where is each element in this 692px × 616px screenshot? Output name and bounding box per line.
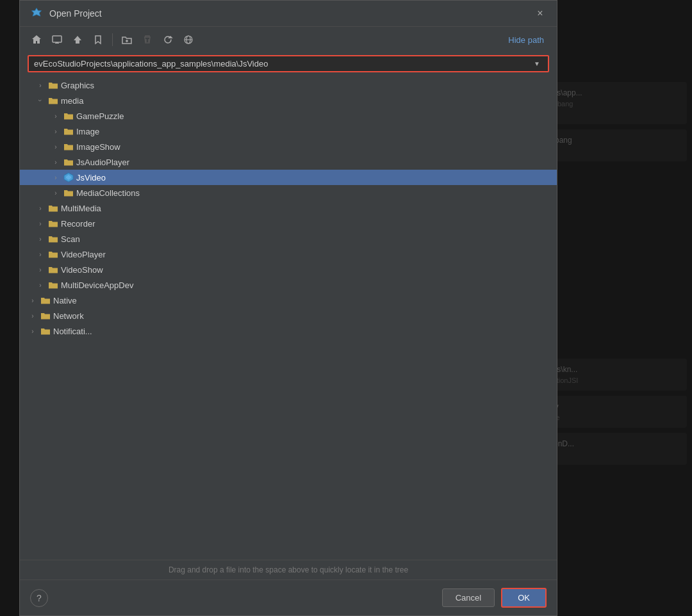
close-button[interactable]: ×: [534, 7, 547, 20]
up-icon: [72, 35, 83, 45]
toolbar-separator-1: [112, 33, 113, 46]
delete-icon: [142, 35, 152, 45]
chevron-network: ›: [28, 311, 38, 321]
new-folder-icon: [122, 35, 132, 45]
folder-icon-recorder: [48, 218, 58, 229]
label-media: media: [61, 96, 83, 106]
home-icon: [31, 35, 42, 45]
delete-button[interactable]: [138, 31, 156, 49]
svg-rect-3: [56, 42, 58, 44]
tree-item-media[interactable]: › media: [20, 93, 557, 108]
label-multimedia: MultiMedia: [61, 204, 101, 213]
open-project-dialog: Open Project ×: [19, 0, 557, 616]
tree-item-multideviceappdev[interactable]: › MultiDeviceAppDev: [20, 277, 557, 293]
dialog-title: Open Project: [49, 8, 527, 19]
label-multideviceappdev: MultiDeviceAppDev: [61, 280, 133, 290]
label-network: Network: [53, 311, 84, 321]
tree-item-mediacollections[interactable]: › MediaCollections: [20, 185, 557, 200]
folder-icon-notification: [40, 326, 51, 336]
chevron-media: ›: [35, 95, 45, 106]
app-icon: [30, 7, 43, 20]
help-button[interactable]: ?: [30, 589, 48, 607]
hide-path-button[interactable]: Hide path: [503, 33, 549, 47]
chevron-multideviceappdev: ›: [35, 280, 45, 290]
up-button[interactable]: [69, 31, 86, 49]
label-notification: Notificati...: [53, 327, 92, 336]
label-videoshow: VideoShow: [61, 265, 103, 275]
chevron-videoshow: ›: [35, 264, 45, 275]
folder-icon-graphics: [48, 80, 58, 90]
folder-icon-scan: [48, 234, 58, 244]
refresh-icon: [163, 35, 173, 45]
label-jsvideo: JsVideo: [76, 173, 106, 182]
tree-item-jsaudioplayer[interactable]: › JsAudioPlayer: [20, 154, 557, 170]
path-container: ▼: [20, 53, 557, 77]
ok-button[interactable]: OK: [501, 588, 547, 608]
folder-icon-mediacollections: [63, 188, 74, 198]
tree-item-native[interactable]: › Native: [20, 293, 557, 308]
cancel-button[interactable]: Cancel: [442, 588, 495, 607]
tree-item-graphics[interactable]: › Graphics: [20, 77, 557, 93]
bookmark-icon: [93, 35, 103, 45]
chevron-multimedia: ›: [35, 203, 45, 213]
label-mediacollections: MediaCollections: [76, 188, 140, 198]
label-videoplayer: VideoPlayer: [61, 250, 106, 259]
network-icon: [183, 35, 194, 45]
label-gamepuzzle: GamePuzzle: [76, 111, 124, 121]
path-dropdown-button[interactable]: ▼: [531, 59, 543, 69]
bookmark-button[interactable]: [89, 31, 107, 49]
new-folder-button[interactable]: [118, 31, 136, 49]
label-recorder: Recorder: [61, 219, 95, 229]
svg-marker-0: [32, 8, 42, 17]
folder-icon-media: [48, 95, 58, 106]
tree-item-gamepuzzle[interactable]: › GamePuzzle: [20, 108, 557, 124]
desktop-icon: [52, 35, 62, 45]
project-icon-jsvideo: [63, 172, 74, 182]
tree-item-imageshow[interactable]: › ImageShow: [20, 139, 557, 154]
chevron-jsaudioplayer: ›: [51, 157, 61, 167]
folder-icon-jsaudioplayer: [63, 157, 74, 167]
tree-item-jsvideo[interactable]: › JsVideo: [20, 170, 557, 185]
tree-item-image[interactable]: › Image: [20, 124, 557, 139]
tree-item-recorder[interactable]: › Recorder: [20, 216, 557, 231]
chevron-native: ›: [28, 295, 38, 305]
toolbar: Hide path: [20, 27, 557, 53]
chevron-jsvideo: ›: [51, 172, 61, 182]
folder-icon-multimedia: [48, 203, 58, 213]
svg-rect-1: [53, 36, 62, 42]
home-button[interactable]: [28, 31, 45, 49]
file-tree[interactable]: › Graphics › media › GamePuzzle ›: [20, 77, 557, 560]
label-graphics: Graphics: [61, 81, 94, 90]
chevron-videoplayer: ›: [35, 249, 45, 259]
tree-item-scan[interactable]: › Scan: [20, 231, 557, 247]
folder-icon-imageshow: [63, 142, 74, 152]
tree-item-network[interactable]: › Network: [20, 308, 557, 323]
chevron-graphics: ›: [35, 80, 45, 90]
folder-icon-videoshow: [48, 264, 58, 275]
chevron-notification: ›: [28, 326, 38, 336]
label-scan: Scan: [61, 234, 80, 244]
tree-item-videoshow[interactable]: › VideoShow: [20, 262, 557, 277]
folder-icon-gamepuzzle: [63, 111, 74, 121]
refresh-button[interactable]: [159, 31, 177, 49]
tree-item-notification[interactable]: › Notificati...: [20, 323, 557, 339]
folder-icon-multideviceappdev: [48, 280, 58, 290]
folder-icon-videoplayer: [48, 249, 58, 259]
chevron-imageshow: ›: [51, 142, 61, 152]
label-image: Image: [76, 127, 99, 136]
drag-hint: Drag and drop a file into the space abov…: [20, 560, 557, 580]
network-button[interactable]: [179, 31, 197, 49]
chevron-scan: ›: [35, 234, 45, 244]
label-native: Native: [53, 296, 77, 305]
tree-item-multimedia[interactable]: › MultiMedia: [20, 200, 557, 216]
path-input[interactable]: [34, 59, 531, 69]
chevron-image: ›: [51, 126, 61, 136]
chevron-mediacollections: ›: [51, 188, 61, 198]
folder-icon-image: [63, 126, 74, 136]
desktop-button[interactable]: [48, 31, 66, 49]
folder-icon-native: [40, 295, 51, 305]
chevron-gamepuzzle: ›: [51, 111, 61, 121]
dialog-titlebar: Open Project ×: [20, 1, 557, 27]
tree-item-videoplayer[interactable]: › VideoPlayer: [20, 247, 557, 262]
path-input-wrapper: ▼: [28, 55, 549, 72]
